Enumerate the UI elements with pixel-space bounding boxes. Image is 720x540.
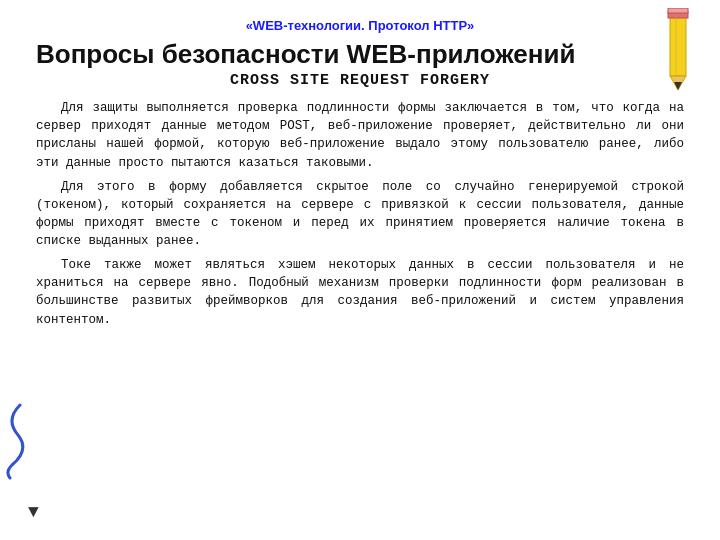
svg-rect-0 (670, 16, 686, 76)
paragraph-1: Для защиты выполняется проверка подлинно… (36, 99, 684, 172)
swirl-decoration (0, 400, 30, 480)
main-title-text: Вопросы безопасности WEB-приложений (36, 39, 575, 69)
subtitle: CROSS SITE REQUEST FORGERY (36, 72, 684, 89)
pencil-decoration (654, 8, 702, 88)
header-title: «WEB-технологии. Протокол HTTP» (246, 18, 475, 33)
main-title: Вопросы безопасности WEB-приложений (36, 39, 684, 70)
paragraph-2: Для этого в форму добавляется скрытое по… (36, 178, 684, 251)
svg-rect-4 (668, 8, 688, 13)
page: «WEB-технологии. Протокол HTTP» Вопросы … (0, 0, 720, 540)
paragraph-3: Токе также может являться хэшем некоторы… (36, 256, 684, 329)
arrow-decoration: ▼ (28, 502, 39, 522)
subtitle-text: CROSS SITE REQUEST FORGERY (230, 72, 490, 89)
page-header: «WEB-технологии. Протокол HTTP» (36, 18, 684, 33)
